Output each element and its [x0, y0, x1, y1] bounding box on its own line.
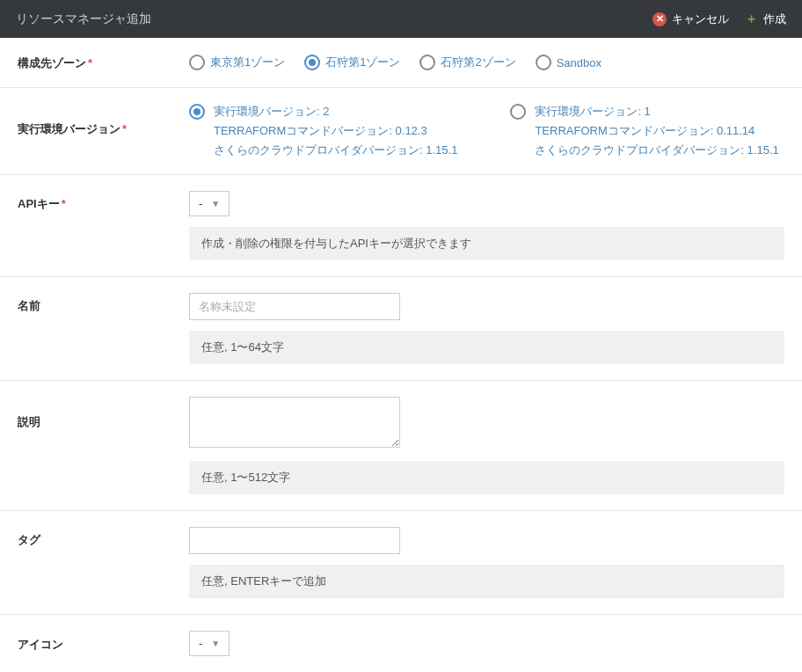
name-content: 任意, 1〜64文字 [189, 293, 784, 364]
header-actions: ✕ キャンセル ＋ 作成 [653, 11, 786, 27]
zone-option-ishikari1[interactable]: 石狩第1ゾーン [304, 55, 400, 70]
close-icon: ✕ [653, 12, 667, 26]
version-details: 実行環境バージョン: 2 TERRAFORMコマンドバージョン: 0.12.3 … [214, 104, 457, 158]
zone-radio-group: 東京第1ゾーン 石狩第1ゾーン 石狩第2ゾーン Sandbox [189, 55, 784, 70]
apikey-value: - [199, 197, 202, 210]
icon-select[interactable]: - ▼ [189, 631, 230, 656]
required-mark: * [122, 122, 127, 135]
form-row-zone: 構成先ゾーン* 東京第1ゾーン 石狩第1ゾーン 石狩第2ゾーン Sand [0, 38, 802, 88]
cancel-label: キャンセル [672, 11, 729, 27]
form-row-tags: タグ 任意, ENTERキーで追加 [0, 511, 802, 615]
radio-icon [304, 55, 320, 70]
zone-option-tokyo1[interactable]: 東京第1ゾーン [189, 55, 285, 70]
name-hint: 任意, 1〜64文字 [189, 331, 784, 364]
tags-hint: 任意, ENTERキーで追加 [189, 565, 784, 598]
version-provider: さくらのクラウドプロバイダバージョン: 1.15.1 [535, 142, 778, 158]
version-title: 実行環境バージョン: 1 [535, 104, 778, 120]
required-mark: * [88, 56, 92, 69]
create-label: 作成 [763, 11, 786, 27]
version-radio-group: 実行環境バージョン: 2 TERRAFORMコマンドバージョン: 0.12.3 … [189, 104, 784, 158]
radio-icon [536, 55, 551, 70]
tags-label: タグ [18, 527, 189, 548]
apikey-hint: 作成・削除の権限を付与したAPIキーが選択できます [189, 227, 784, 260]
required-mark: * [62, 197, 66, 210]
chevron-down-icon: ▼ [211, 639, 220, 648]
version-terraform: TERRAFORMコマンドバージョン: 0.11.14 [535, 123, 778, 139]
version-option-1[interactable]: 実行環境バージョン: 1 TERRAFORMコマンドバージョン: 0.11.14… [510, 104, 778, 158]
version-provider: さくらのクラウドプロバイダバージョン: 1.15.1 [214, 142, 457, 158]
name-input[interactable] [189, 293, 400, 320]
description-content: 任意, 1〜512文字 [189, 397, 784, 494]
header-bar: リソースマネージャ追加 ✕ キャンセル ＋ 作成 [0, 0, 802, 38]
apikey-select[interactable]: - ▼ [189, 191, 230, 216]
form-row-version: 実行環境バージョン* 実行環境バージョン: 2 TERRAFORMコマンドバージ… [0, 88, 802, 175]
apikey-label: APIキー* [18, 191, 189, 212]
radio-icon [189, 104, 205, 120]
description-textarea[interactable] [189, 397, 400, 448]
version-terraform: TERRAFORMコマンドバージョン: 0.12.3 [214, 123, 457, 139]
version-label: 実行環境バージョン* [18, 104, 189, 137]
cancel-button[interactable]: ✕ キャンセル [653, 11, 729, 27]
name-label: 名前 [18, 293, 189, 314]
create-button-header[interactable]: ＋ 作成 [745, 11, 786, 27]
apikey-content: - ▼ 作成・削除の権限を付与したAPIキーが選択できます [189, 191, 784, 260]
zone-option-label: Sandbox [557, 56, 602, 69]
version-option-2[interactable]: 実行環境バージョン: 2 TERRAFORMコマンドバージョン: 0.12.3 … [189, 104, 457, 158]
zone-option-label: 石狩第2ゾーン [441, 55, 515, 70]
version-title: 実行環境バージョン: 2 [214, 104, 457, 120]
zone-option-label: 石狩第1ゾーン [325, 55, 400, 70]
icon-content: - ▼ [189, 631, 784, 656]
zone-option-label: 東京第1ゾーン [210, 55, 285, 70]
chevron-down-icon: ▼ [211, 199, 220, 208]
plus-icon: ＋ [745, 11, 758, 27]
radio-icon [189, 55, 205, 70]
form-row-apikey: APIキー* - ▼ 作成・削除の権限を付与したAPIキーが選択できます [0, 175, 802, 277]
form-row-name: 名前 任意, 1〜64文字 [0, 277, 802, 381]
version-content: 実行環境バージョン: 2 TERRAFORMコマンドバージョン: 0.12.3 … [189, 104, 784, 158]
form-row-icon: アイコン - ▼ [0, 615, 802, 672]
zone-option-sandbox[interactable]: Sandbox [536, 55, 602, 70]
form-row-description: 説明 任意, 1〜512文字 [0, 381, 802, 511]
description-label: 説明 [18, 397, 189, 430]
form-container: 構成先ゾーン* 東京第1ゾーン 石狩第1ゾーン 石狩第2ゾーン Sand [0, 38, 802, 672]
zone-content: 東京第1ゾーン 石狩第1ゾーン 石狩第2ゾーン Sandbox [189, 55, 784, 70]
icon-label: アイコン [18, 635, 189, 653]
zone-option-ishikari2[interactable]: 石狩第2ゾーン [419, 55, 515, 70]
tags-input[interactable] [189, 527, 400, 554]
tags-content: 任意, ENTERキーで追加 [189, 527, 784, 598]
page-title: リソースマネージャ追加 [16, 11, 151, 27]
radio-icon [419, 55, 435, 70]
zone-label: 構成先ゾーン* [18, 54, 189, 71]
radio-icon [510, 104, 526, 120]
description-hint: 任意, 1〜512文字 [189, 461, 784, 494]
version-details: 実行環境バージョン: 1 TERRAFORMコマンドバージョン: 0.11.14… [535, 104, 778, 158]
icon-value: - [199, 637, 202, 650]
